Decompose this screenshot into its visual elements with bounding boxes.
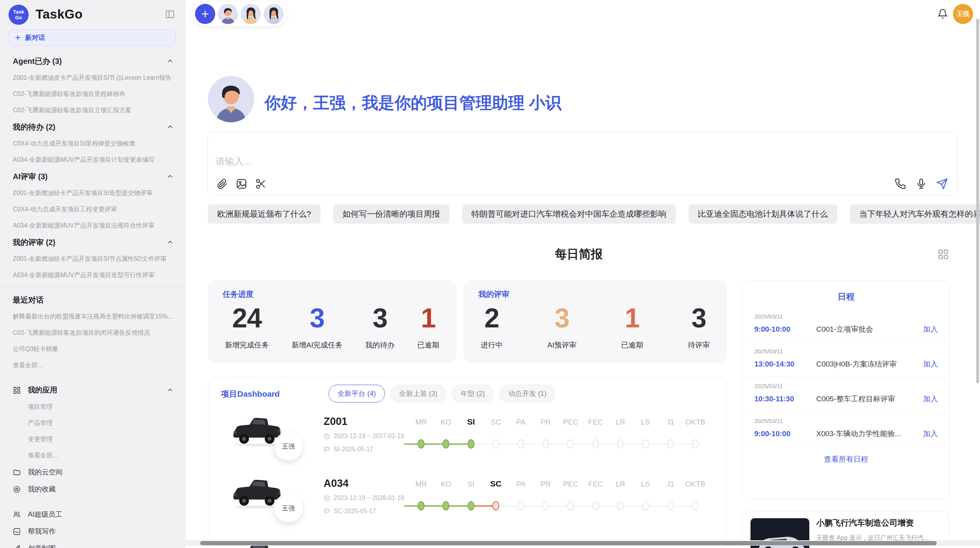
app-link[interactable]: 项目管理 [0, 399, 185, 415]
recent-conversation-item[interactable]: C02-飞腾新能源轻客改款项目的闭环通告反馈情况 [0, 325, 185, 341]
add-conversation-button[interactable] [195, 4, 215, 24]
sidebar-section-header[interactable]: 我的待办 (2) [0, 118, 185, 135]
dashboard-tab[interactable]: 动总开发 (1) [499, 385, 555, 402]
sidebar-tools: AI超级员工帮我写作创意制图 [0, 506, 185, 548]
recent-conversations-header: 最近对话 [0, 291, 185, 308]
sidebar-section-header[interactable]: AI评审 (3) [0, 168, 185, 185]
dashboard-tab[interactable]: 全新上装 (3) [390, 385, 446, 402]
dashboard-tabs: 全新平台 (4)全新上装 (3)年型 (2)动总开发 (1) [329, 385, 555, 402]
sidebar-item-cloud-space[interactable]: 我的云空间 [0, 464, 185, 481]
sidebar-item-my-apps[interactable]: 我的应用 [0, 382, 185, 399]
tool-label: 帮我写作 [28, 527, 173, 536]
dashboard-tab[interactable]: 全新平台 (4) [329, 385, 385, 402]
stat-label: 进行中 [481, 340, 503, 350]
sidebar-item[interactable]: C0X4-动力总成开发项目SI里程碑提交物检查 [0, 135, 185, 152]
stat-value: 3 [547, 303, 576, 333]
sidebar-item[interactable]: A034-全新新能源MUV产品开发项目计划变更表编写 [0, 152, 185, 168]
vertical-scrollbar-thumb[interactable] [976, 19, 979, 383]
app-link[interactable]: 变更管理 [0, 431, 185, 447]
milestone-dot [542, 501, 549, 510]
microphone-icon[interactable] [915, 178, 927, 190]
sidebar-item[interactable]: Z001-全新燃油轻卡产品开发项目SI节点属性5D文件评审 [0, 251, 185, 267]
image-upload-icon[interactable] [236, 178, 247, 190]
stat-column: 3新增AI完成任务 [291, 303, 343, 350]
sidebar-section-header[interactable]: Agent已办 (3) [0, 53, 185, 70]
view-all-schedule-link[interactable]: 查看所有日程 [743, 454, 949, 464]
milestone-label: MR [415, 418, 427, 426]
join-meeting-link[interactable]: 加入 [923, 324, 938, 334]
sidebar-item-write[interactable]: 帮我写作 [0, 523, 185, 540]
sidebar-item[interactable]: C02-飞腾新能源轻客改款项目立项汇报方案 [0, 102, 185, 118]
sidebar-section-header[interactable]: 我的评审 (2) [0, 234, 185, 251]
flag-text: SI-2025-05-17 [334, 446, 373, 453]
schedule-card: 日程 2025/03/119:00-10:00C001-立项审批会加入2025/… [742, 281, 950, 499]
horizontal-scrollbar-thumb[interactable] [200, 541, 937, 545]
divider [0, 287, 185, 288]
sidebar-scroll: Agent已办 (3)Z001-全新燃油皮卡产品开发项目SI节点Lesson L… [0, 50, 185, 548]
notification-bell-icon[interactable] [937, 9, 948, 19]
milestone-label: LR [616, 418, 625, 426]
briefing-header: 每日简报 [208, 245, 950, 263]
milestone-dot [492, 501, 499, 510]
project-dashboard-card: 项目Dashboard 全新平台 (4)全新上装 (3)年型 (2)动总开发 (… [208, 377, 727, 548]
user-avatar[interactable]: 王强 [953, 4, 973, 24]
stat-value: 24 [225, 303, 269, 333]
pen-icon [13, 545, 21, 548]
suggestion-chip[interactable]: 当下年轻人对汽车外观有怎样的喜好趋势 [850, 204, 980, 224]
milestone-label: SC [490, 479, 502, 488]
sidebar-item-users[interactable]: AI超级员工 [0, 506, 185, 523]
sidebar-apps: 我的应用项目管理产品管理变更管理查看全部...我的云空间我的收藏 [0, 382, 185, 498]
schedule-time: 13:00-14:30 [754, 360, 816, 368]
recent-conversation-item[interactable]: 公司Q3轻卡销量 [0, 341, 185, 357]
chat-input[interactable] [215, 154, 836, 175]
join-meeting-link[interactable]: 加入 [923, 394, 938, 404]
sidebar-item[interactable]: C0X4-动力总成开发项目工程变更评审 [0, 201, 185, 217]
sidebar-item[interactable]: Z001-全新燃油轻卡产品开发项目SI造型提交物评审 [0, 185, 185, 201]
app-link[interactable]: 产品管理 [0, 415, 185, 431]
suggestion-chip[interactable]: 比亚迪全固态电池计划具体说了什么 [689, 204, 837, 224]
new-chat-label: 新对话 [25, 33, 45, 42]
sidebar-section-label: 我的评审 (2) [13, 237, 55, 248]
conversation-avatar-2[interactable] [241, 4, 261, 24]
schedule-item-row: 9:00-10:00C001-立项审批会加入 [754, 324, 938, 334]
new-chat-button[interactable]: 新对话 [9, 29, 176, 46]
sidebar-item[interactable]: Z001-全新燃油皮卡产品开发项目SI节点Lesson Learn报告 [0, 70, 185, 86]
schedule-item: 2025/03/1113:00-14:30C003|H0B-方案冻结评审加入 [743, 342, 949, 377]
milestone-label: PEC [563, 418, 578, 426]
stat-card-title: 任务进度 [223, 289, 254, 300]
suggestion-chip[interactable]: 特朗普可能对进口汽车增税会对中国车企造成哪些影响 [462, 204, 676, 224]
milestone-label: PEC [563, 480, 578, 488]
chevron-up-icon [167, 124, 173, 130]
milestone-label: LR [616, 480, 625, 488]
sidebar-item[interactable]: A034-全新新能源MUV产品开发项目造型可行性评审 [0, 267, 185, 283]
stat-column: 3待评审 [688, 303, 710, 350]
dashboard-tab[interactable]: 年型 (2) [452, 385, 494, 402]
suggestion-chip[interactable]: 欧洲新规最近颁布了什么? [208, 204, 320, 224]
schedule-item-row: 10:30-11:30C005-整车工程目标评审加入 [754, 394, 938, 404]
app-link[interactable]: 查看全部... [0, 447, 185, 464]
project-row: 王强Z0012023-12-19 ~ 2027-01-19SI-2025-05-… [208, 413, 726, 473]
write-icon [13, 527, 21, 536]
sidebar-section-label: Agent已办 (3) [13, 56, 62, 67]
layout-grid-icon[interactable] [937, 248, 949, 260]
attachment-icon[interactable] [216, 178, 228, 190]
milestone-dot [468, 439, 475, 449]
conversation-avatar-1[interactable] [218, 4, 238, 24]
sidebar-item-pen[interactable]: 创意制图 [0, 540, 185, 548]
join-meeting-link[interactable]: 加入 [923, 359, 938, 369]
recent-conversation-item[interactable]: 解释最新出台的欧盟报废车法规再生塑料比例被调至15%... [0, 308, 185, 325]
stat-columns: 2进行中3AI预评审1已逾期3待评审 [481, 303, 710, 350]
scissors-icon[interactable] [255, 178, 267, 190]
send-icon[interactable] [936, 178, 948, 190]
sidebar-item[interactable]: A034-全新新能源MUV产品开发项目法规符合性评审 [0, 217, 185, 234]
milestone-dot [567, 439, 574, 449]
view-all-conversations-link[interactable]: 查看全部... [0, 357, 185, 373]
divider [0, 502, 185, 502]
join-meeting-link[interactable]: 加入 [923, 429, 938, 439]
sidebar-item[interactable]: C02-飞腾新能源轻客改款项目里程碑画布 [0, 86, 185, 102]
conversation-avatar-3[interactable] [264, 4, 284, 24]
sidebar-collapse-icon[interactable] [165, 9, 175, 19]
sidebar-item-favorites[interactable]: 我的收藏 [0, 481, 185, 498]
voice-call-icon[interactable] [894, 178, 906, 190]
suggestion-chip[interactable]: 如何写一份清晰的项目周报 [333, 204, 449, 224]
